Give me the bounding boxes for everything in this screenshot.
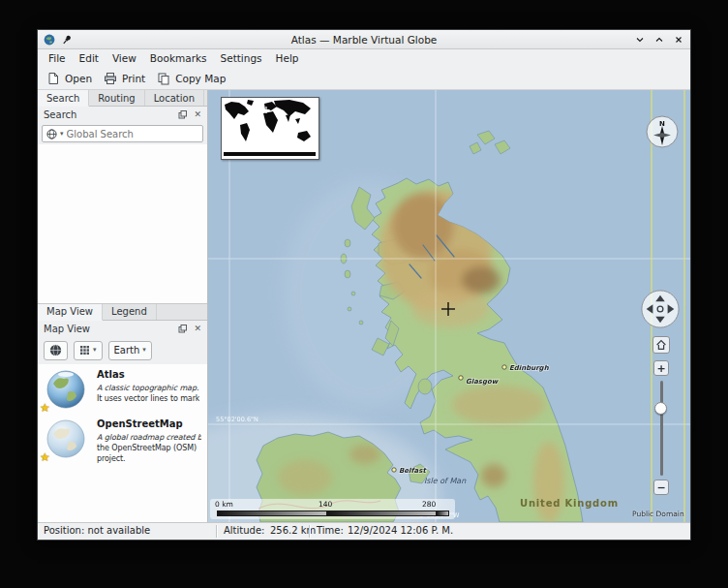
theme-name: OpenStreetMap	[97, 418, 201, 429]
grid-caret-icon: ▾	[93, 347, 97, 354]
pan-control[interactable]	[640, 289, 681, 333]
status-altitude-label: Altitude:	[224, 525, 264, 536]
theme-view-mode-button[interactable]: ▾	[74, 341, 103, 360]
search-panel-header: Search ✕	[38, 107, 207, 123]
toolbar: Open Print Copy Map	[38, 67, 690, 90]
scale-zero-label: 0 km	[215, 500, 233, 509]
tab-routing[interactable]: Routing	[89, 90, 144, 106]
float-panel-icon[interactable]	[178, 110, 187, 119]
print-button[interactable]: Print	[104, 72, 145, 85]
grid-view-icon	[79, 345, 90, 356]
celestial-body-select[interactable]: Earth ▾	[108, 341, 152, 360]
scale-bar: 0 km 140 280	[210, 499, 455, 519]
isle-of-man-label: Isle of Man	[424, 477, 467, 485]
atlas-thumbnail: ★	[44, 369, 88, 410]
celestial-body-value: Earth	[114, 345, 140, 356]
edinburgh-label: Edinburgh	[509, 364, 550, 372]
status-time-value: 12/9/2024 12:06 P. M.	[348, 525, 453, 536]
theme-desc-line: the OpenStreetMap (OSM)	[97, 443, 201, 453]
scale-mid-label: 140	[318, 500, 332, 509]
open-label: Open	[65, 73, 92, 84]
sidebar: Search Routing Location Search ✕	[38, 90, 208, 522]
menu-bookmarks[interactable]: Bookmarks	[143, 51, 214, 65]
osm-thumbnail: ★	[44, 418, 88, 459]
zoom-slider-knob[interactable]	[654, 402, 667, 415]
zoom-slider[interactable]	[653, 381, 669, 476]
open-file-icon	[46, 72, 60, 85]
scale-end-label: 280	[422, 500, 436, 509]
menu-view[interactable]: View	[106, 51, 143, 65]
tab-legend[interactable]: Legend	[103, 304, 157, 320]
graticule-lat-label: 55°02'00.6"N	[216, 416, 258, 423]
global-search-icon	[46, 129, 57, 139]
menubar: File Edit View Bookmarks Settings Help	[38, 49, 690, 67]
window-title: Atlas — Marble Virtual Globe	[38, 34, 690, 46]
attribution-label: Public Domain	[632, 510, 684, 518]
copy-icon	[157, 72, 170, 85]
minimize-button[interactable]	[634, 34, 646, 46]
favorite-star-icon[interactable]: ★	[40, 451, 50, 463]
globe-projection-icon	[49, 344, 62, 356]
scale-bar-ruler	[217, 511, 449, 516]
statusbar: Position: not available Altitude: 256.2 …	[38, 522, 690, 540]
tab-map-view[interactable]: Map View	[38, 304, 103, 321]
sidebar-top-tabs: Search Routing Location	[38, 90, 207, 107]
belfast-label: Belfast	[399, 467, 427, 475]
zoom-slider-track[interactable]	[660, 381, 663, 476]
float-panel-icon[interactable]	[178, 325, 187, 333]
projection-button[interactable]	[44, 341, 68, 360]
status-position: Position: not available	[44, 525, 150, 536]
menu-edit[interactable]: Edit	[73, 51, 106, 65]
menu-help[interactable]: Help	[269, 51, 306, 65]
open-button[interactable]: Open	[46, 72, 92, 85]
close-panel-icon[interactable]: ✕	[194, 325, 201, 333]
zoom-in-button[interactable]: +	[653, 360, 669, 376]
copy-map-button[interactable]: Copy Map	[157, 72, 226, 85]
copy-map-label: Copy Map	[175, 73, 226, 84]
close-button[interactable]	[673, 34, 684, 46]
map-view-panel-title: Map View	[44, 324, 90, 334]
celestial-caret-icon: ▾	[142, 347, 146, 354]
status-time-label: Time:	[317, 525, 344, 536]
map-canvas[interactable]: 55°02'00.6"N 3°36'28.8"W Glasgow Edinbur…	[208, 90, 690, 522]
close-panel-icon[interactable]: ✕	[194, 110, 201, 119]
glasgow-label: Glasgow	[466, 378, 500, 386]
home-icon	[654, 338, 668, 352]
search-results-list[interactable]	[38, 144, 207, 304]
search-panel-title: Search	[44, 109, 76, 120]
menu-file[interactable]: File	[42, 51, 73, 65]
menu-settings[interactable]: Settings	[214, 51, 269, 65]
tab-search[interactable]: Search	[38, 90, 89, 107]
theme-desc-line: A global roadmap created by	[97, 432, 201, 443]
theme-desc-line: It uses vector lines to mark	[97, 393, 199, 404]
search-row: ▾	[38, 123, 207, 144]
overview-map[interactable]	[221, 97, 319, 160]
theme-desc-line: project.	[97, 453, 201, 464]
glasgow-marker[interactable]	[459, 376, 463, 380]
united-kingdom-label: United Kingdom	[520, 498, 619, 509]
theme-name: Atlas	[97, 369, 199, 380]
map-view-controls: ▾ Earth ▾	[38, 337, 207, 364]
map-view-panel-header: Map View ✕	[38, 321, 207, 337]
zoom-out-button[interactable]: −	[653, 480, 669, 495]
print-label: Print	[122, 73, 145, 84]
theme-desc-line: A classic topographic map.	[97, 383, 199, 393]
favorite-star-icon[interactable]: ★	[40, 402, 50, 414]
sidebar-bottom-tabs: Map View Legend	[38, 304, 207, 321]
theme-item-atlas[interactable]: ★ Atlas A classic topographic map. It us…	[38, 364, 207, 414]
theme-item-openstreetmap[interactable]: ★ OpenStreetMap A global roadmap created…	[38, 414, 207, 468]
compass[interactable]: N	[646, 115, 679, 152]
tab-location[interactable]: Location	[145, 90, 204, 106]
search-box[interactable]: ▾	[42, 125, 203, 142]
maximize-button[interactable]	[653, 34, 665, 46]
search-input[interactable]	[67, 129, 198, 139]
pin-icon[interactable]	[61, 34, 73, 46]
home-button[interactable]	[652, 336, 670, 354]
belfast-marker[interactable]	[392, 468, 396, 472]
search-mode-caret-icon[interactable]: ▾	[60, 131, 64, 138]
titlebar: Atlas — Marble Virtual Globe	[38, 30, 690, 49]
map-theme-list: ★ Atlas A classic topographic map. It us…	[38, 364, 207, 523]
printer-icon	[104, 72, 117, 85]
marble-window: Atlas — Marble Virtual Globe File Edit V…	[37, 29, 691, 541]
edinburgh-marker[interactable]	[502, 365, 506, 369]
